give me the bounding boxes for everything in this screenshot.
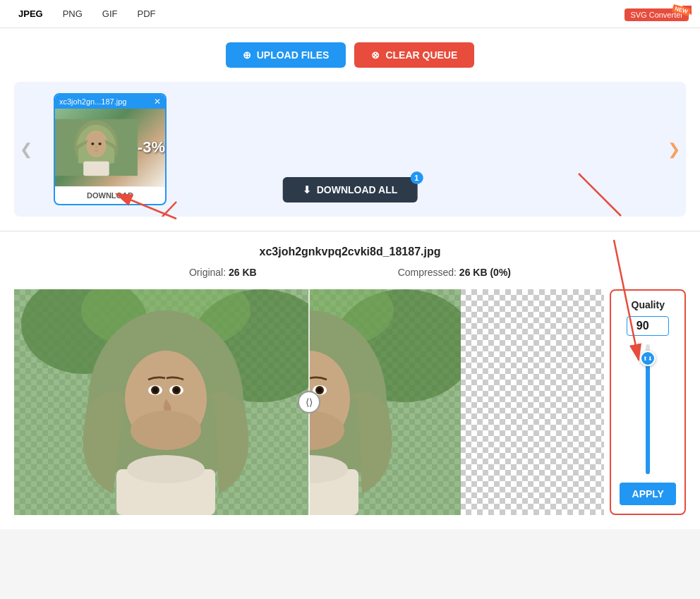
svg-point-44 — [318, 388, 322, 393]
action-buttons: ⊕ UPLOAD FILES ⊗ CLEAR QUEUE — [226, 42, 475, 68]
file-card-filename: xc3joh2gn...187.jpg — [59, 97, 126, 106]
file-download-button[interactable]: DOWNLOAD — [55, 186, 165, 204]
quality-panel: Quality ⬆⬇ APPLY — [610, 289, 686, 515]
tab-png[interactable]: PNG — [56, 6, 90, 22]
upload-button[interactable]: ⊕ UPLOAD FILES — [226, 42, 346, 68]
svg-point-26 — [153, 388, 158, 393]
clear-icon: ⊗ — [371, 49, 380, 61]
nav-tabs: JPEG PNG GIF PDF — [11, 6, 163, 22]
quality-slider-wrapper: ⬆⬇ — [617, 344, 679, 474]
tab-gif[interactable]: GIF — [95, 6, 125, 22]
original-image-half — [14, 289, 309, 515]
prev-arrow[interactable]: ❮ — [20, 140, 32, 159]
split-handle-icon: ⟨⟩ — [306, 397, 313, 408]
close-icon[interactable]: ✕ — [154, 97, 161, 107]
queue-area: ❮ xc3joh2gn...187.jpg ✕ — [14, 82, 686, 217]
portrait-thumbnail — [55, 109, 138, 186]
quality-slider-thumb[interactable]: ⬆⬇ — [640, 351, 656, 366]
original-stat: Original: 26 KB — [189, 267, 257, 278]
download-count-badge: 1 — [410, 171, 423, 184]
svg-point-5 — [91, 143, 94, 145]
tab-pdf[interactable]: PDF — [131, 6, 163, 22]
quality-slider-track: ⬆⬇ — [646, 344, 650, 474]
compressed-portrait — [309, 289, 461, 515]
upload-area: ⊕ UPLOAD FILES ⊗ CLEAR QUEUE ❮ xc3joh2gn… — [0, 28, 700, 231]
clear-queue-button[interactable]: ⊗ CLEAR QUEUE — [354, 42, 474, 68]
comparison-section: xc3joh2gnkvpq2cvki8d_18187.jpg Original:… — [0, 231, 700, 529]
compressed-size: 26 KB (0%) — [459, 267, 511, 278]
svg-point-30 — [131, 411, 201, 450]
apply-button[interactable]: APPLY — [620, 483, 676, 505]
quality-label: Quality — [632, 299, 665, 310]
download-all-button[interactable]: ⬇ DOWNLOAD ALL 1 — [283, 177, 418, 202]
svg-line-9 — [579, 174, 621, 216]
upload-icon: ⊕ — [243, 49, 251, 61]
next-arrow[interactable]: ❯ — [668, 140, 680, 159]
compressed-image-half — [309, 289, 604, 515]
slider-arrows-icon: ⬆⬇ — [643, 356, 653, 362]
file-card: xc3joh2gn...187.jpg ✕ — [54, 93, 167, 205]
top-nav: JPEG PNG GIF PDF SVG Converter NEW — [0, 0, 700, 28]
split-handle[interactable]: ⟨⟩ — [298, 391, 320, 413]
svg-point-29 — [174, 388, 179, 393]
original-portrait — [14, 289, 309, 515]
svg-rect-7 — [83, 162, 109, 176]
queue-items: xc3joh2gn...187.jpg ✕ — [54, 93, 167, 205]
comparison-title: xc3joh2gnkvpq2cvki8d_18187.jpg — [14, 246, 686, 258]
quality-input[interactable] — [627, 316, 669, 336]
compressed-stat: Compressed: 26 KB (0%) — [398, 267, 511, 278]
tab-jpeg[interactable]: JPEG — [11, 6, 50, 22]
download-all-wrapper: ⬇ DOWNLOAD ALL 1 — [283, 177, 418, 205]
download-all-icon: ⬇ — [303, 184, 311, 195]
svg-point-32 — [127, 455, 205, 483]
file-card-header: xc3joh2gn...187.jpg ✕ — [55, 95, 165, 109]
comparison-stats: Original: 26 KB Compressed: 26 KB (0%) — [14, 267, 686, 278]
file-card-image: -3% — [55, 109, 165, 186]
original-size: 26 KB — [229, 267, 257, 278]
quality-slider-fill — [646, 357, 650, 474]
svg-point-6 — [98, 143, 101, 145]
comparison-viewer[interactable]: ⟨⟩ — [14, 289, 604, 515]
file-percent: -3% — [138, 138, 165, 157]
